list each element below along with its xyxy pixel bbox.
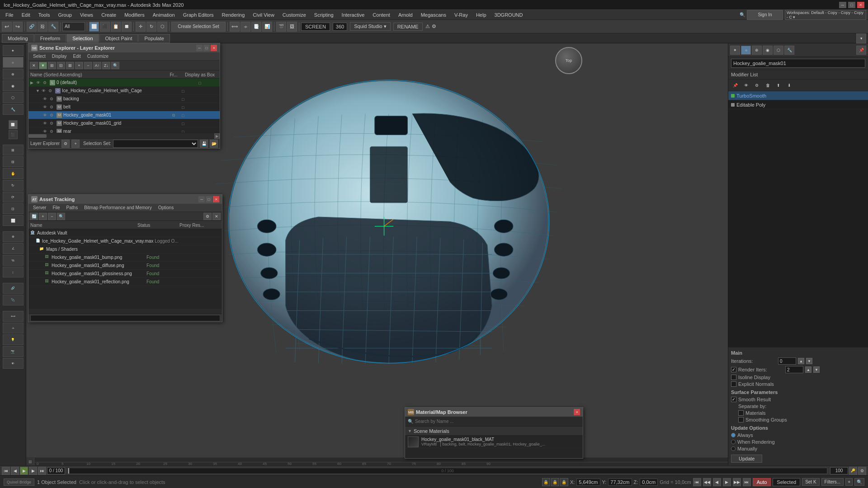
se-config-btn[interactable]: ⚙ — [61, 140, 70, 148]
sign-in-button[interactable]: Sign In — [747, 10, 783, 20]
undo-button[interactable]: ↩ — [2, 22, 12, 32]
spinner-snap[interactable]: ↕ — [3, 267, 24, 277]
status-play-2[interactable]: ◀◀ — [703, 478, 711, 486]
close-button[interactable]: ✕ — [857, 2, 864, 8]
tab-freeform[interactable]: Freeform — [34, 34, 66, 43]
at-settings[interactable]: ⚙ — [203, 213, 212, 220]
at-close-btn[interactable]: ✕ — [212, 213, 221, 220]
at-bump-row[interactable]: 🖼 Hockey_goalie_mask01_bump.png Found — [28, 253, 222, 262]
render-setup[interactable]: 🎬 — [276, 22, 286, 32]
bind-space-warp[interactable]: 🔧 — [48, 22, 58, 32]
se-add-layer[interactable]: + — [75, 62, 83, 69]
arc-rotate[interactable]: ⟳ — [3, 192, 24, 202]
set-key-btn[interactable]: Set K — [802, 478, 819, 486]
render-iters-up[interactable]: ▲ — [805, 366, 811, 373]
se-close-btn[interactable]: ✕ — [30, 62, 38, 69]
materials-checkbox[interactable] — [738, 410, 744, 416]
lock-x[interactable]: 🔒 — [542, 478, 550, 486]
prev-frame[interactable]: ◀ — [11, 467, 19, 475]
menu-content[interactable]: Content — [369, 11, 394, 19]
at-menu-options[interactable]: Options — [156, 205, 176, 210]
viewport-layout-2[interactable]: ⬛ — [9, 130, 18, 139]
status-play-3[interactable]: ◀ — [713, 478, 721, 486]
isoline-checkbox[interactable] — [731, 375, 736, 380]
se-mesh-mask01[interactable]: 👁 ⚙ M Hockey_goalie_mask01 ⧉ □ — [28, 111, 220, 119]
pan-tool[interactable]: ✋ — [3, 168, 24, 179]
move-tool[interactable]: ✛ — [136, 22, 146, 32]
motion-tool[interactable]: ◉ — [3, 80, 24, 91]
smooth-result-checkbox[interactable] — [731, 397, 736, 402]
at-menu-file[interactable]: File — [50, 205, 62, 210]
layer-manager[interactable]: 📑 — [251, 22, 261, 32]
align-view[interactable]: 👁 — [3, 358, 24, 369]
se-mesh-rear[interactable]: 👁 ⚙ M rear □ — [28, 127, 220, 133]
navigation-gizmo[interactable]: Top — [555, 47, 582, 74]
tab-selection[interactable]: Selection — [66, 34, 99, 43]
menu-graph-editors[interactable]: Graph Editors — [179, 11, 217, 19]
maximize-button[interactable]: □ — [848, 2, 855, 8]
at-minimize[interactable]: ─ — [198, 196, 205, 202]
se-selset-load[interactable]: 📂 — [210, 140, 218, 148]
modifier-move-up-btn[interactable]: ⬆ — [774, 81, 783, 90]
scene-explorer-maximize[interactable]: □ — [203, 45, 210, 51]
xref-scene[interactable]: 📎 — [3, 295, 24, 305]
status-play-6[interactable]: ⏭ — [743, 478, 751, 486]
at-refresh[interactable]: 🔄 — [30, 213, 38, 220]
modifier-move-down-btn[interactable]: ⬇ — [784, 81, 794, 90]
pin-button[interactable]: 📌 — [856, 46, 866, 55]
utilities-tool[interactable]: 🔧 — [3, 104, 24, 115]
settings-icon[interactable]: ⚙ — [432, 23, 436, 29]
layer-default[interactable]: ▶ 👁 ⚙ L 0 (default) □ — [28, 79, 220, 87]
select-filter[interactable]: 🔲 — [122, 22, 132, 32]
rotate-tool[interactable]: ↻ — [146, 22, 156, 32]
menu-animation[interactable]: Animation — [149, 11, 179, 19]
menu-group[interactable]: Group — [54, 11, 75, 19]
modifier-show-btn[interactable]: 👁 — [741, 81, 751, 90]
redo-button[interactable]: ↪ — [13, 22, 23, 32]
se-add-btn[interactable]: + — [71, 140, 80, 148]
display-tab[interactable]: ⬡ — [774, 46, 783, 55]
se-mesh-backing[interactable]: 👁 ⚙ M backing □ — [28, 95, 220, 103]
menu-vray[interactable]: V-Ray — [451, 11, 472, 19]
select-link[interactable]: 🔗 — [27, 22, 37, 32]
menu-views[interactable]: Views — [76, 11, 97, 19]
modifier-pin-btn[interactable]: 📌 — [730, 81, 740, 90]
render-iters-down[interactable]: ▼ — [813, 366, 820, 373]
mat-browser-titlebar[interactable]: MB Material/Map Browser ✕ — [405, 408, 583, 417]
menu-customize[interactable]: Customize — [279, 11, 310, 19]
select-region[interactable]: ⬛ — [100, 22, 110, 32]
at-diffuse-row[interactable]: 🖼 Hockey_goalie_mask01_diffuse.png Found — [28, 262, 222, 270]
mat-close[interactable]: ✕ — [574, 409, 580, 415]
normal-align[interactable]: ⟛ — [3, 323, 24, 333]
status-search-btn[interactable]: 🔍 — [854, 478, 864, 486]
align-camera[interactable]: 📷 — [3, 346, 24, 357]
workspaces-dropdown[interactable]: Workspaces: Default - Copy - Copy - Copy… — [785, 10, 866, 20]
scene-explorer-titlebar[interactable]: SE Scene Explorer - Layer Explorer ─ □ ✕ — [28, 43, 220, 52]
align-tool[interactable]: ⟛ — [241, 22, 250, 32]
quick-align[interactable]: ⟺ — [3, 311, 24, 322]
at-maximize[interactable]: □ — [206, 196, 212, 202]
filters-btn[interactable]: Filters... — [821, 478, 844, 486]
hierarchy-tab[interactable]: ⊕ — [752, 46, 762, 55]
se-object-helmet[interactable]: ▼ 👁 ⚙ O Ice_Hockey_Goalie_Helmet_with_Ca… — [28, 87, 220, 95]
key-mode[interactable]: 🔑 — [849, 467, 857, 475]
tab-populate[interactable]: Populate — [138, 34, 170, 43]
always-radio[interactable] — [731, 433, 736, 437]
scale-tool[interactable]: ⬡ — [157, 22, 167, 32]
percent-snap[interactable]: % — [3, 255, 24, 266]
unlink[interactable]: ⛓ — [38, 22, 47, 32]
object-name-input[interactable] — [731, 59, 865, 68]
at-reflect-row[interactable]: 🖼 Hockey_goalie_mask01_reflection.png Fo… — [28, 278, 222, 286]
at-menu-bitmap[interactable]: Bitmap Performance and Memory — [81, 205, 155, 210]
named-selection-input[interactable] — [62, 22, 85, 31]
hierarchy-tool[interactable]: ⊕ — [3, 69, 24, 80]
next-frame[interactable]: ▶ — [29, 467, 37, 475]
angle-snap[interactable]: ∠ — [3, 243, 24, 254]
auto-key-btn[interactable]: Auto — [753, 478, 771, 486]
xref-objects[interactable]: 🔗 — [3, 283, 24, 294]
mat-item-0[interactable]: Hockey_goalie_mask01_black_MAT VRayMtl [… — [405, 436, 583, 448]
timeline-track[interactable]: 0 / 100 — [68, 468, 827, 474]
se-mesh-mask01-grid[interactable]: 👁 ⚙ M Hockey_goalie_mask01_grid □ — [28, 119, 220, 127]
tab-modeling[interactable]: Modeling — [2, 34, 34, 43]
minimize-button[interactable]: ─ — [839, 2, 846, 8]
